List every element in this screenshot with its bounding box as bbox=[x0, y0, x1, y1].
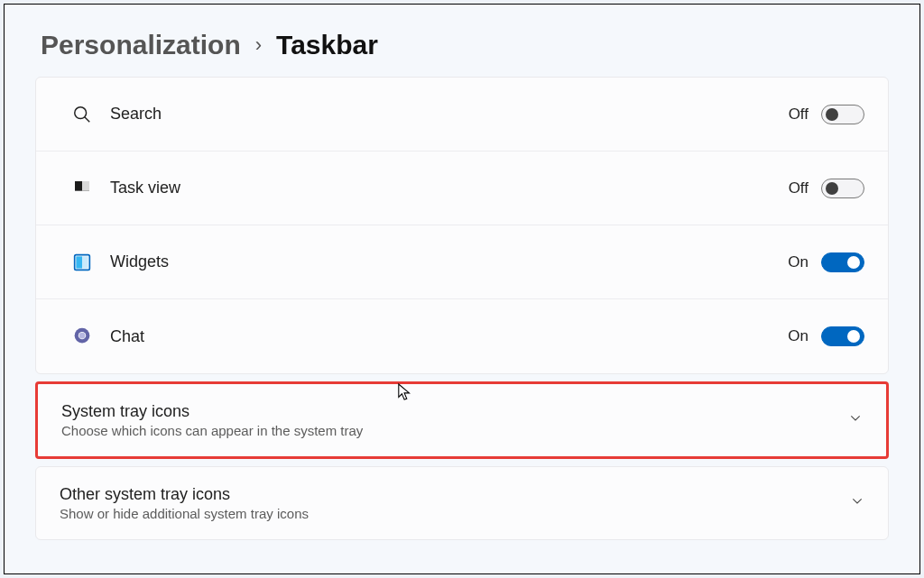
svg-point-9 bbox=[79, 333, 86, 339]
widgets-toggle[interactable] bbox=[821, 252, 864, 272]
chevron-down-icon bbox=[848, 411, 863, 429]
svg-rect-3 bbox=[82, 181, 89, 191]
taskbar-items-card: Search Off Task view Off Widgets On Chat bbox=[35, 77, 889, 374]
row-widgets: Widgets On bbox=[36, 225, 888, 299]
systray-title: System tray icons bbox=[61, 402, 848, 421]
row-chat: Chat On bbox=[36, 299, 888, 373]
chevron-down-icon bbox=[850, 494, 864, 512]
taskview-state: Off bbox=[789, 179, 808, 197]
chat-icon bbox=[72, 326, 92, 346]
cursor-icon bbox=[397, 382, 413, 402]
other-title: Other system tray icons bbox=[60, 485, 850, 504]
breadcrumb-current: Taskbar bbox=[276, 30, 378, 60]
systray-subtitle: Choose which icons can appear in the sys… bbox=[61, 423, 848, 438]
search-label: Search bbox=[110, 105, 789, 124]
search-state: Off bbox=[789, 106, 808, 124]
taskview-toggle[interactable] bbox=[821, 179, 864, 198]
chevron-right-icon: › bbox=[255, 33, 262, 57]
widgets-label: Widgets bbox=[110, 252, 788, 271]
chat-toggle[interactable] bbox=[821, 326, 864, 346]
row-search: Search Off bbox=[36, 78, 888, 151]
expander-other-system-tray-icons[interactable]: Other system tray icons Show or hide add… bbox=[35, 466, 889, 540]
other-subtitle: Show or hide additional system tray icon… bbox=[60, 506, 850, 521]
row-taskview: Task view Off bbox=[36, 151, 888, 225]
chat-state: On bbox=[788, 327, 808, 345]
taskview-label: Task view bbox=[110, 179, 789, 197]
svg-rect-5 bbox=[76, 256, 82, 268]
svg-line-1 bbox=[85, 116, 90, 122]
breadcrumb: Personalization › Taskbar bbox=[35, 30, 889, 60]
search-icon bbox=[72, 105, 92, 124]
widgets-state: On bbox=[788, 253, 808, 271]
svg-point-0 bbox=[75, 106, 87, 118]
chat-label: Chat bbox=[110, 327, 788, 346]
widgets-icon bbox=[72, 252, 92, 272]
search-toggle[interactable] bbox=[821, 105, 864, 124]
settings-panel: Personalization › Taskbar Search Off Tas… bbox=[4, 4, 920, 574]
taskview-icon bbox=[72, 179, 92, 198]
expander-system-tray-icons[interactable]: System tray icons Choose which icons can… bbox=[35, 381, 889, 459]
svg-rect-6 bbox=[82, 256, 88, 268]
breadcrumb-parent[interactable]: Personalization bbox=[41, 30, 241, 60]
